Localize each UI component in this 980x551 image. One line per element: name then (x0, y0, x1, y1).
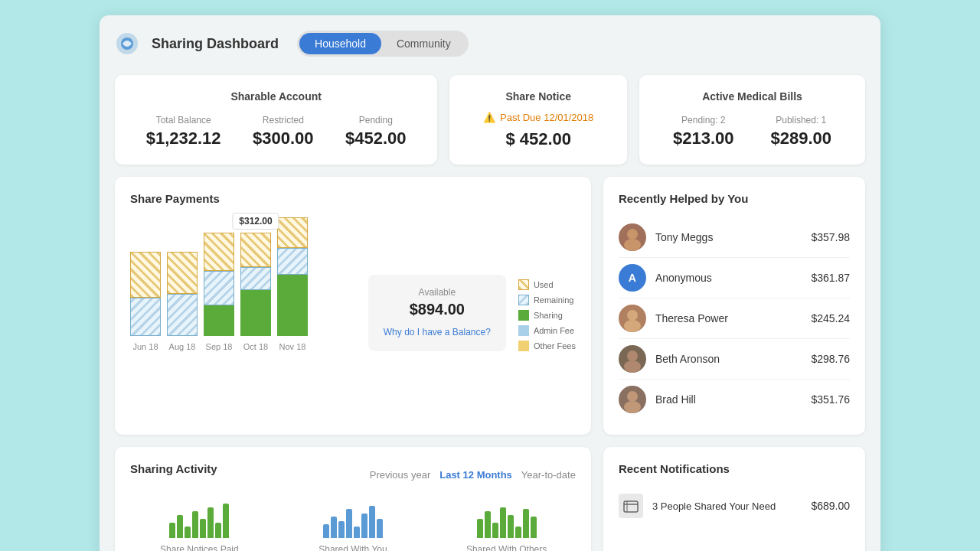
bar-green-oct18 (240, 290, 271, 336)
mini-bar-2-5 (354, 527, 360, 538)
bar-stack-oct18: $312.00 (240, 233, 271, 336)
chart-legend: Used Remaining Sharing Admin Fee (518, 279, 576, 351)
activity-header: Sharing Activity Previous year Last 12 M… (130, 462, 576, 487)
filter-last-12-months[interactable]: Last 12 Months (439, 469, 512, 481)
people-share-icon (623, 498, 639, 514)
recently-helped-title: Recently Helped by You (619, 192, 850, 205)
bar-remaining-oct18 (240, 267, 271, 290)
mini-bar-2-8 (377, 519, 383, 538)
recently-helped-card: Recently Helped by You Tony Meggs $357.9… (603, 177, 865, 435)
person-amount-1: $361.87 (811, 272, 850, 284)
person-amount-0: $357.98 (811, 231, 850, 243)
mini-chart-1 (169, 500, 229, 538)
published-medical-metric: Published: 1 $289.00 (771, 115, 832, 148)
person-row-3: Beth Aronson $298.76 (619, 339, 850, 380)
person-row-4: Brad Hill $351.76 (619, 380, 850, 419)
person-amount-3: $298.76 (811, 353, 850, 365)
used-swatch (518, 279, 529, 290)
tab-household[interactable]: Household (299, 33, 381, 54)
chart-shared-with-you: Shared With You (284, 500, 423, 551)
pending-medical-label: Pending: 2 (673, 115, 734, 126)
mini-bar-1-4 (192, 511, 198, 538)
avatar-anonymous: A (619, 264, 646, 292)
bar-label-sep18: Sep 18 (206, 342, 233, 351)
tooltip-oct18: $312.00 (232, 213, 279, 230)
bar-nov18: Nov 18 (277, 217, 308, 351)
svg-rect-10 (624, 501, 638, 512)
legend-sharing-label: Sharing (534, 311, 563, 320)
mini-bar-2-3 (338, 521, 345, 538)
legend-remaining: Remaining (518, 295, 576, 305)
bar-label-jun18: Jun 18 (132, 342, 158, 351)
notification-amount-0: $689.00 (811, 500, 850, 512)
legend-admin: Admin Fee (518, 325, 576, 336)
notification-icon (619, 494, 643, 518)
mini-bar-3-6 (515, 527, 521, 538)
mini-bar-2-1 (323, 524, 329, 538)
mini-chart-3 (477, 500, 537, 538)
activity-filters: Previous year Last 12 Months Year-to-dat… (370, 469, 576, 481)
activity-label-1: Share Notices Paid (160, 544, 239, 551)
activity-label-2: Shared With You (318, 544, 387, 551)
chart-area: Jun 18 Aug 18 (130, 217, 576, 351)
active-medical-card: Active Medical Bills Pending: 2 $213.00 … (639, 75, 865, 165)
header: Sharing Dashboard Household Community (115, 31, 865, 57)
other-swatch (518, 341, 529, 351)
bar-used-nov18 (277, 217, 308, 248)
pending-label: Pending (345, 115, 407, 126)
mini-chart-2 (323, 500, 383, 538)
share-notice-title: Share Notice (465, 90, 612, 103)
bar-aug18: Aug 18 (167, 252, 198, 351)
sharable-account-metrics: Total Balance $1,232.12 Restricted $300.… (130, 115, 422, 148)
svg-point-6 (627, 350, 638, 361)
legend-sharing: Sharing (518, 310, 576, 321)
notification-text-0: 3 People Shared Your Need (652, 500, 802, 512)
filter-year-to-date[interactable]: Year-to-date (521, 469, 576, 481)
share-payments-title: Share Payments (130, 192, 576, 205)
sharable-account-card: Sharable Account Total Balance $1,232.12… (115, 75, 437, 165)
mini-bar-3-7 (523, 509, 529, 538)
total-balance-metric: Total Balance $1,232.12 (146, 115, 221, 148)
bar-stack-aug18 (167, 252, 198, 336)
bar-green-nov18 (277, 275, 308, 336)
notification-row-0: 3 People Shared Your Need $689.00 (619, 487, 850, 524)
admin-swatch (518, 325, 529, 336)
total-balance-label: Total Balance (146, 115, 221, 126)
bar-label-aug18: Aug 18 (169, 342, 196, 351)
mini-bar-1-3 (185, 527, 191, 538)
bar-label-nov18: Nov 18 (279, 342, 306, 351)
bar-jun18: Jun 18 (130, 252, 161, 351)
mini-bar-1-5 (200, 519, 206, 538)
legend-other: Other Fees (518, 341, 576, 351)
svg-point-3 (624, 239, 641, 251)
person-row-1: A Anonymous $361.87 (619, 258, 850, 298)
mini-bar-1-2 (177, 515, 183, 538)
legend-used-label: Used (534, 280, 554, 289)
logo-icon (115, 31, 139, 56)
mini-bar-2-6 (361, 514, 368, 538)
why-link[interactable]: Why do I have a Balance? (384, 326, 491, 339)
mini-bar-3-4 (500, 507, 506, 538)
pending-metric: Pending $452.00 (345, 115, 407, 148)
mini-bar-3-8 (531, 517, 537, 538)
bar-remaining-nov18 (277, 248, 308, 275)
past-due-badge: ⚠️ Past Due 12/01/2018 (465, 112, 612, 123)
bar-stack-sep18 (204, 233, 234, 336)
past-due-amount: $ 452.00 (465, 129, 612, 149)
bar-label-oct18: Oct 18 (243, 342, 268, 351)
restricted-label: Restricted (253, 115, 314, 126)
sharing-activity-card: Sharing Activity Previous year Last 12 M… (115, 447, 591, 551)
active-medical-title: Active Medical Bills (655, 90, 850, 103)
available-label: Available (384, 287, 491, 298)
tab-community[interactable]: Community (381, 33, 466, 54)
warning-icon: ⚠️ (483, 112, 495, 123)
bar-sep18: Sep 18 (204, 233, 234, 351)
notifications-card: Recent Notifications 3 People Shared You… (603, 447, 865, 551)
sharable-account-title: Sharable Account (130, 90, 422, 103)
pending-value: $452.00 (345, 129, 407, 148)
restricted-value: $300.00 (253, 129, 314, 148)
filter-previous-year[interactable]: Previous year (370, 469, 430, 481)
middle-row: Share Payments Jun 18 (115, 177, 865, 435)
bar-used-jun18 (130, 252, 161, 298)
page-title: Sharing Dashboard (152, 36, 279, 52)
